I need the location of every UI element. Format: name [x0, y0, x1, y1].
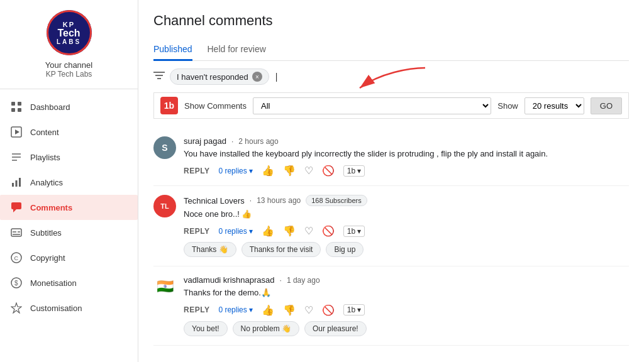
hide-icon[interactable]: 🚫 — [322, 165, 335, 177]
replies-button[interactable]: 0 replies ▾ — [218, 305, 252, 314]
playlists-icon — [10, 151, 23, 163]
comment-body: suraj pagad · 2 hours ago You have insta… — [184, 136, 629, 177]
like-icon[interactable]: 👍 — [262, 225, 274, 237]
heart-icon[interactable]: ♡ — [304, 304, 313, 316]
like-icon[interactable]: 👍 — [262, 304, 274, 316]
sidebar-item-analytics[interactable]: Analytics — [0, 170, 138, 195]
comment-meta: suraj pagad · 2 hours ago — [184, 136, 629, 146]
replies-button[interactable]: 0 replies ▾ — [218, 167, 252, 175]
comment-time: 13 hours ago — [257, 196, 301, 205]
sidebar-item-subtitles[interactable]: Subtitles — [0, 220, 138, 245]
sidebar-item-dashboard-label: Dashboard — [30, 102, 70, 112]
hide-icon[interactable]: 🚫 — [322, 225, 335, 237]
action-1b-button[interactable]: 1b ▾ — [343, 226, 365, 237]
filter-chip-close[interactable]: × — [252, 72, 262, 82]
replies-button[interactable]: 0 replies ▾ — [218, 227, 252, 236]
suggestion-chip[interactable]: Our pleasure! — [304, 321, 367, 336]
comment-item: TL Technical Lovers · 13 hours ago 168 S… — [153, 186, 629, 266]
comment-author: vadlamudi krishnaprasad — [184, 275, 275, 285]
svg-rect-0 — [11, 102, 15, 106]
filter-chip-label: I haven't responded — [177, 72, 248, 82]
sidebar-item-analytics-label: Analytics — [30, 178, 63, 187]
sidebar-item-monetisation[interactable]: $ Monetisation — [0, 270, 138, 295]
avatar: 🇮🇳 — [153, 275, 176, 298]
action-1b-button[interactable]: 1b ▾ — [343, 304, 365, 315]
copyright-icon: C — [10, 251, 23, 264]
suggestion-chips: You bet! No problem 👋 Our pleasure! — [184, 321, 629, 336]
tab-held-for-review[interactable]: Held for review — [208, 39, 266, 61]
channel-logo: KP Tech LABS — [47, 10, 92, 55]
comment-time: 2 hours ago — [238, 137, 278, 146]
comment-body: Technical Lovers · 13 hours ago 168 Subs… — [184, 195, 629, 257]
show-comments-label: Show Comments — [184, 101, 247, 111]
comments-toolbar: 1b Show Comments All Show 20 results GO — [153, 92, 629, 119]
sidebar-item-copyright[interactable]: C Copyright — [0, 245, 138, 270]
comment-dot: · — [280, 276, 282, 285]
avatar: S — [153, 136, 176, 159]
svg-rect-2 — [11, 108, 15, 112]
svg-rect-14 — [11, 229, 21, 236]
customisation-icon — [10, 302, 23, 314]
comment-item: S suraj pagad · 2 hours ago You have ins… — [153, 128, 629, 186]
dislike-icon[interactable]: 👎 — [283, 165, 296, 177]
sidebar-item-monetisation-label: Monetisation — [30, 278, 77, 288]
comment-actions: REPLY 0 replies ▾ 👍 👎 ♡ 🚫 1b ▾ — [184, 304, 629, 316]
hide-icon[interactable]: 🚫 — [322, 304, 335, 316]
like-icon[interactable]: 👍 — [262, 165, 274, 177]
dislike-icon[interactable]: 👎 — [283, 225, 296, 237]
comments-list: S suraj pagad · 2 hours ago You have ins… — [153, 128, 629, 349]
suggestion-chip[interactable]: No problem 👋 — [233, 321, 299, 336]
reply-button[interactable]: REPLY — [184, 227, 209, 236]
show-comments-dropdown[interactable]: All — [253, 97, 491, 114]
svg-text:$: $ — [14, 280, 18, 287]
svg-rect-9 — [12, 183, 14, 187]
go-button[interactable]: GO — [591, 97, 622, 114]
sidebar-item-content[interactable]: Content — [0, 119, 138, 145]
comment-meta: vadlamudi krishnaprasad · 1 day ago — [184, 275, 629, 285]
svg-rect-1 — [18, 102, 21, 106]
sidebar-item-dashboard[interactable]: Dashboard — [0, 94, 138, 119]
dashboard-icon — [10, 101, 23, 113]
reply-button[interactable]: REPLY — [184, 167, 209, 175]
sidebar-item-customisation[interactable]: Customisation — [0, 295, 138, 321]
analytics-icon — [10, 176, 23, 189]
action-1b-button[interactable]: 1b ▾ — [343, 165, 365, 177]
filter-chip-not-responded[interactable]: I haven't responded × — [170, 69, 269, 85]
svg-rect-12 — [11, 202, 21, 209]
svg-rect-11 — [19, 178, 21, 187]
suggestion-chip[interactable]: Thanks for the visit — [242, 242, 321, 257]
svg-marker-5 — [15, 129, 19, 134]
reply-button[interactable]: REPLY — [184, 305, 209, 314]
toolbar-logo: 1b — [160, 97, 178, 114]
comment-author: suraj pagad — [184, 136, 226, 146]
monetisation-icon: $ — [10, 277, 23, 289]
cursor-indicator: | — [275, 72, 278, 82]
comment-dot: · — [231, 137, 233, 146]
comment-author: Technical Lovers — [184, 196, 245, 206]
comment-actions: REPLY 0 replies ▾ 👍 👎 ♡ 🚫 1b ▾ — [184, 165, 629, 177]
subscriber-badge: 168 Subscribers — [306, 195, 367, 206]
sidebar-item-comments[interactable]: Comments — [0, 195, 138, 220]
avatar: TL — [153, 195, 176, 217]
comment-text: Noce one bro..! 👍 — [184, 209, 629, 220]
filter-bar: I haven't responded × | — [153, 69, 629, 85]
dislike-icon[interactable]: 👎 — [283, 304, 296, 316]
sidebar-item-subtitles-label: Subtitles — [30, 228, 62, 238]
tab-published[interactable]: Published — [153, 39, 192, 61]
tabs-bar: Published Held for review — [153, 39, 629, 61]
svg-marker-22 — [11, 303, 21, 313]
sidebar-item-customisation-label: Customisation — [30, 304, 82, 313]
comment-item: 🇮🇳 vadlamudi krishnaprasad · 1 day ago T… — [153, 266, 629, 345]
sidebar-item-copyright-label: Copyright — [30, 253, 65, 263]
sidebar-item-playlists-label: Playlists — [30, 153, 60, 162]
main-content: Channel comments Published Held for revi… — [138, 0, 644, 362]
suggestion-chip[interactable]: Thanks 👋 — [184, 242, 236, 257]
heart-icon[interactable]: ♡ — [304, 165, 313, 177]
comment-meta: Technical Lovers · 13 hours ago 168 Subs… — [184, 195, 629, 206]
results-dropdown[interactable]: 20 results — [525, 97, 584, 114]
sidebar-item-playlists[interactable]: Playlists — [0, 145, 138, 170]
suggestion-chip[interactable]: Big up — [326, 242, 364, 257]
suggestion-chip[interactable]: You bet! — [184, 321, 228, 336]
heart-icon[interactable]: ♡ — [304, 225, 313, 237]
svg-marker-13 — [13, 209, 16, 212]
